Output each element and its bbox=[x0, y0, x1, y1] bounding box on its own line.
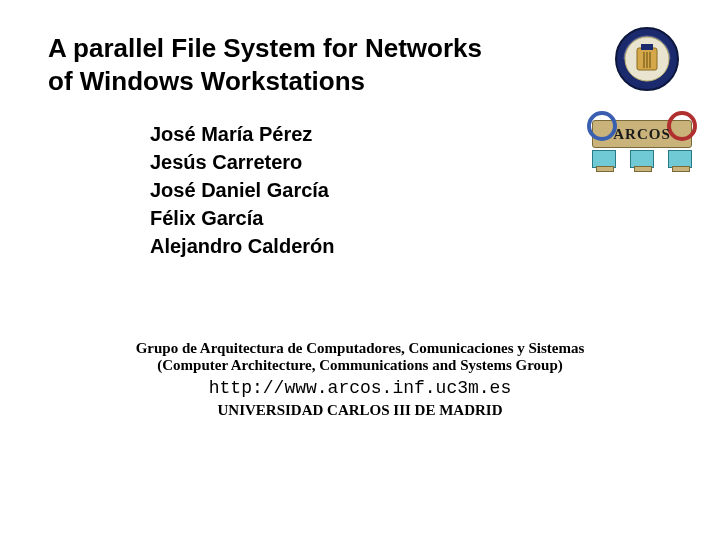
arcos-logo-label: ARCOS bbox=[613, 126, 671, 143]
slide-title: A parallel File System for Networks of W… bbox=[48, 32, 498, 97]
author-name: José María Pérez bbox=[150, 120, 334, 148]
author-list: José María Pérez Jesús Carretero José Da… bbox=[150, 120, 334, 260]
svg-rect-3 bbox=[641, 44, 653, 50]
computer-icon bbox=[668, 150, 692, 168]
group-name-es: Grupo de Arquitectura de Computadores, C… bbox=[0, 340, 720, 357]
university-logo-icon bbox=[614, 26, 680, 96]
author-name: Jesús Carretero bbox=[150, 148, 334, 176]
computer-icon bbox=[592, 150, 616, 168]
author-name: Félix García bbox=[150, 204, 334, 232]
author-name: Alejandro Calderón bbox=[150, 232, 334, 260]
university-name: UNIVERSIDAD CARLOS III DE MADRID bbox=[0, 402, 720, 419]
footer-block: Grupo de Arquitectura de Computadores, C… bbox=[0, 340, 720, 419]
computer-icon bbox=[630, 150, 654, 168]
author-name: José Daniel García bbox=[150, 176, 334, 204]
arcos-logo-icon: ARCOS bbox=[592, 120, 692, 168]
group-name-en: (Computer Architecture, Communications a… bbox=[0, 357, 720, 374]
group-url: http://www.arcos.inf.uc3m.es bbox=[0, 378, 720, 398]
